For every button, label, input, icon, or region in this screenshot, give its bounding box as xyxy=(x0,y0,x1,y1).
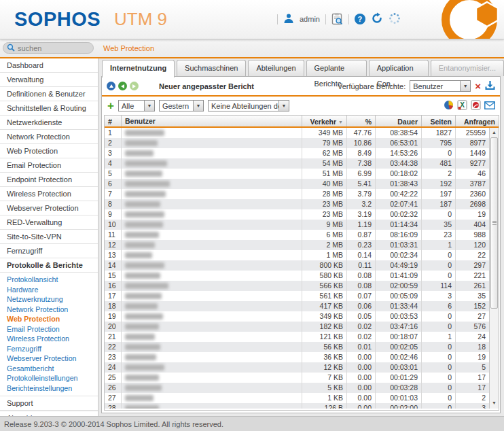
sidebar-subitem-hardware[interactable]: Hardware xyxy=(0,285,98,295)
traffic-cell: 1 KB xyxy=(302,393,347,403)
traffic-cell: 28 MB xyxy=(302,189,347,199)
sidebar-subitem-fernzugriff[interactable]: Fernzugriff xyxy=(0,344,98,354)
duration-cell: 08:38:54 xyxy=(376,128,422,138)
sidebar-subitem-protokollansicht[interactable]: Protokollansicht xyxy=(0,275,98,285)
sidebar-subitem-berichteinstellungen[interactable]: Berichteinstellungen xyxy=(0,383,98,394)
table-row: 823 MB3.202:07:411872698 xyxy=(105,199,489,209)
traffic-cell: 6 MB xyxy=(302,230,347,240)
help-icon[interactable]: ? xyxy=(355,14,365,24)
column-header-seiten[interactable]: Seiten xyxy=(422,116,456,126)
refresh-icon[interactable] xyxy=(371,12,383,26)
tab-application-con[interactable]: Application Con... xyxy=(369,60,429,76)
sidebar-section-protokolle-berichte[interactable]: Protokolle & Berichte xyxy=(0,258,98,273)
tab-suchmaschinen[interactable]: Suchmaschinen xyxy=(177,60,246,76)
column-header-verkehr[interactable]: Verkehr▼ xyxy=(302,116,347,126)
percent-cell: 3.19 xyxy=(347,209,376,220)
sidebar-item-email-protection[interactable]: Email Protection xyxy=(0,158,98,173)
nav-back-button[interactable] xyxy=(118,82,127,90)
sophos-wordmark: SOPHOS xyxy=(14,8,101,31)
sidebar-subitem-gesamtbericht[interactable]: Gesamtbericht xyxy=(0,364,98,374)
sidebar-item-wireless-protection[interactable]: Wireless Protection xyxy=(0,187,98,201)
requests-cell: 19 xyxy=(456,352,489,362)
sidebar-item-dashboard[interactable]: Dashboard xyxy=(0,58,98,73)
redacted-username xyxy=(125,242,155,248)
sidebar-subitem-netzwerknutzung[interactable]: Netzwerknutzung xyxy=(0,294,98,305)
pages-cell: 0 xyxy=(422,322,456,332)
sidebar-subitem-email-protection[interactable]: Email Protection xyxy=(0,324,98,334)
user-cell xyxy=(122,271,302,281)
sidebar-subitem-protokolleinstellungen[interactable]: Protokolleinstellungen xyxy=(0,373,98,383)
sidebar-subitem-wireless-protection[interactable]: Wireless Protection xyxy=(0,334,98,344)
column-header-[interactable]: # xyxy=(105,116,122,126)
excel-export-icon[interactable]: X xyxy=(457,100,467,111)
sidebar-subitem-network-protection[interactable]: Network Protection xyxy=(0,305,98,315)
delete-report-button[interactable]: × xyxy=(475,81,481,91)
filter-select-period[interactable]: Gestern ▼ xyxy=(159,100,204,111)
requests-cell: 261 xyxy=(456,281,489,291)
pie-chart-icon[interactable] xyxy=(444,100,454,111)
redacted-username xyxy=(125,293,162,299)
divider xyxy=(348,14,349,24)
table-row: 16566 KB0.0802:00:59114261 xyxy=(105,281,489,291)
sidebar-item-support[interactable]: Support xyxy=(0,396,98,411)
tab-internetnutzung[interactable]: Internetnutzung xyxy=(102,60,175,77)
sidebar-item-site-to-site-vpn[interactable]: Site-to-Site-VPN xyxy=(0,230,98,244)
column-header-dauer[interactable]: Dauer xyxy=(376,116,422,126)
save-report-icon[interactable] xyxy=(485,80,495,92)
user-cell xyxy=(122,199,302,209)
email-report-icon[interactable] xyxy=(484,101,495,111)
sidebar-item-definitionen-benutzer[interactable]: Definitionen & Benutzer xyxy=(0,87,98,101)
sidebar-item-webserver-protection[interactable]: Webserver Protection xyxy=(0,201,98,216)
scrollbar-thumb[interactable] xyxy=(490,137,498,309)
nav-forward-button[interactable] xyxy=(130,82,139,90)
pdf-export-icon[interactable] xyxy=(471,100,481,111)
nav-up-button[interactable] xyxy=(107,82,115,90)
scroll-down-arrow-icon[interactable]: ▼ xyxy=(490,398,499,407)
pages-cell: 0 xyxy=(422,342,456,352)
available-reports-select[interactable]: Benutzer ▼ xyxy=(410,80,471,92)
tab-entanonymisier[interactable]: Entanonymisier... xyxy=(431,60,504,76)
filter-select-users[interactable]: Alle ▼ xyxy=(118,100,155,111)
column-header-[interactable]: % xyxy=(347,116,376,126)
sidebar-item-network-protection[interactable]: Network Protection xyxy=(0,130,98,144)
traffic-cell: 9 MB xyxy=(302,220,347,230)
percent-cell: 0.08 xyxy=(347,271,376,281)
log-viewer-icon[interactable] xyxy=(331,12,343,27)
requests-cell: 152 xyxy=(456,301,489,311)
user-cell xyxy=(122,209,302,220)
sidebar-item-verwaltung[interactable]: Verwaltung xyxy=(0,73,98,87)
filter-select-departments[interactable]: Keine Abteilungen definie ▼ xyxy=(208,100,289,111)
table-row: 109 MB1.1901:14:3435404 xyxy=(105,220,489,230)
user-cell xyxy=(122,230,302,240)
user-cell xyxy=(122,138,302,148)
traffic-cell: 417 KB xyxy=(302,301,347,311)
column-header-anfragen[interactable]: Anfragen xyxy=(456,116,499,126)
sidebar-subitem-webserver-protection[interactable]: Webserver Protection xyxy=(0,354,98,364)
sidebar-item-endpoint-protection[interactable]: Endpoint Protection xyxy=(0,173,98,187)
user-icon[interactable] xyxy=(283,13,294,25)
column-header-benutzer[interactable]: Benutzer xyxy=(122,116,302,126)
sidebar-item-web-protection[interactable]: Web Protection xyxy=(0,144,98,158)
username[interactable]: admin xyxy=(300,15,320,23)
sidebar-subitem-web-protection[interactable]: Web Protection xyxy=(0,314,98,324)
sidebar-item-fernzugriff[interactable]: Fernzugriff xyxy=(0,244,98,258)
sidebar-item-schnittstellen-routing[interactable]: Schnittstellen & Routing xyxy=(0,101,98,116)
pages-cell: 3 xyxy=(422,291,456,301)
divider xyxy=(325,14,326,24)
search-input[interactable]: suchen xyxy=(3,42,94,54)
requests-cell: 576 xyxy=(456,322,489,332)
vertical-scrollbar[interactable]: ▲ ▼ xyxy=(489,128,499,409)
sidebar-item-red-verwaltung[interactable]: RED-Verwaltung xyxy=(0,216,98,230)
duration-cell: 03:47:16 xyxy=(376,322,422,332)
traffic-cell: 182 KB xyxy=(302,322,347,332)
tab-geplante-berichte[interactable]: Geplante Berichte xyxy=(306,60,367,76)
scroll-up-arrow-icon[interactable]: ▲ xyxy=(490,128,499,137)
table-row: 728 MB3.7900:42:221972360 xyxy=(105,189,489,199)
table-row: 551 MB6.9900:18:02246 xyxy=(105,169,489,179)
add-filter-icon[interactable]: + xyxy=(107,100,114,111)
sidebar-item-netzwerkdienste[interactable]: Netzwerkdienste xyxy=(0,116,98,130)
tab-abteilungen[interactable]: Abteilungen xyxy=(248,60,304,76)
user-cell xyxy=(122,158,302,169)
redacted-username xyxy=(125,201,160,207)
duration-cell: 00:02:05 xyxy=(376,342,422,352)
